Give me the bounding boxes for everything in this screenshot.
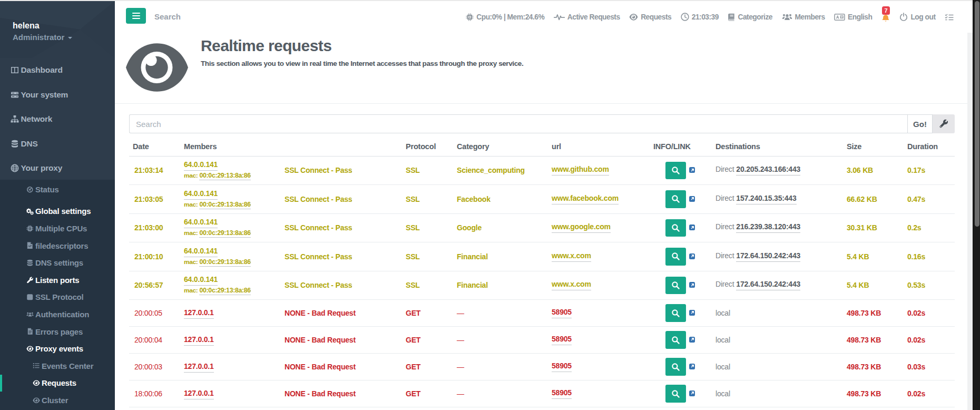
sidebar-subitem-proxy-events[interactable]: Proxy events (0, 340, 115, 357)
member-ip-link[interactable]: 64.0.0.141 (184, 247, 218, 257)
sidebar-subitem-listen-ports[interactable]: Listen ports (0, 271, 115, 289)
inspect-request-button[interactable] (665, 190, 687, 208)
cell-size: 66.62 KB (843, 195, 904, 203)
page-scrollbar-track[interactable] (973, 0, 980, 410)
user-role-dropdown[interactable]: Administrator (13, 33, 72, 42)
url-link[interactable]: 58905 (552, 362, 572, 372)
url-link[interactable]: www.google.com (552, 222, 611, 233)
sidebar-item-dashboard[interactable]: Dashboard (0, 58, 115, 83)
database-icon (11, 140, 19, 148)
inspect-request-button[interactable] (665, 304, 687, 322)
member-ip-link[interactable]: 64.0.0.141 (184, 276, 218, 286)
member-ip-link[interactable]: 127.0.0.1 (184, 389, 214, 399)
destination-ip-link[interactable]: 172.64.150.242:443 (736, 251, 800, 262)
sidebar-subitem-multiple-cpus[interactable]: Multiple CPUs (0, 220, 115, 237)
sidebar-toggle-button[interactable] (126, 8, 146, 24)
member-ip-link[interactable]: 64.0.0.141 (184, 161, 218, 171)
member-mac-link[interactable]: 00:0c:29:13:8a:86 (199, 201, 250, 209)
navbar-item-21-03-39[interactable]: 21:03:39 (681, 13, 719, 21)
navbar-search-link[interactable]: Search (154, 12, 181, 21)
inspect-request-button[interactable] (665, 331, 687, 349)
inspect-request-button[interactable] (665, 385, 687, 403)
inspect-request-button[interactable] (665, 358, 687, 376)
inspect-request-button[interactable] (665, 162, 687, 180)
url-link[interactable]: 58905 (552, 335, 572, 345)
member-mac-link[interactable]: 00:0c:29:13:8a:86 (199, 259, 250, 267)
table-row: 21:03:00 64.0.0.141 mac: 00:0c:29:13:8a:… (129, 214, 955, 243)
navbar-item-cpu-0-mem-24-6-[interactable]: Cpu:0% | Mem:24.6% (466, 13, 544, 21)
url-link[interactable]: www.github.com (552, 165, 609, 175)
file-chart-icon (26, 242, 34, 249)
eye-icon (26, 345, 34, 352)
sidebar-item-dns[interactable]: DNS (0, 132, 115, 157)
member-mac: mac: 00:0c:29:13:8a:86 (184, 258, 251, 266)
member-mac-link[interactable]: 00:0c:29:13:8a:86 (199, 172, 250, 180)
cell-members: 64.0.0.141 mac: 00:0c:29:13:8a:86 (180, 218, 281, 238)
member-ip-link[interactable]: 127.0.0.1 (184, 335, 214, 346)
cell-info-link (650, 385, 712, 403)
sidebar-subitem-errors-pages[interactable]: Errors pages (0, 323, 115, 340)
cell-url: www.x.com (548, 280, 650, 290)
destination-ip-link[interactable]: 20.205.243.166:443 (736, 165, 800, 175)
navbar-item-active-requests[interactable]: Active Requests (554, 13, 620, 21)
sitemap-icon (11, 115, 19, 123)
sidebar-subitem-ssl-protocol[interactable]: SSL Protocol (0, 289, 115, 306)
url-link[interactable]: 58905 (552, 388, 572, 399)
settings-wrench-button[interactable] (933, 114, 955, 133)
open-external-button[interactable] (689, 337, 695, 343)
sidebar-subitem-requests[interactable]: Requests (0, 375, 115, 392)
inspect-request-button[interactable] (665, 219, 687, 237)
sidebar-subitem-status[interactable]: Status (0, 181, 115, 198)
sidebar-subitem-filedescriptors[interactable]: filedescriptors (0, 237, 115, 255)
open-external-button[interactable] (689, 196, 695, 202)
sidebar-subitem-authentication[interactable]: Authentication (0, 306, 115, 323)
open-external-button[interactable] (689, 391, 695, 396)
url-link[interactable]: www.x.com (552, 251, 591, 262)
member-mac-link[interactable]: 00:0c:29:13:8a:86 (199, 230, 250, 238)
sidebar-subitem-events-center[interactable]: Events Center (0, 357, 115, 375)
search-input[interactable] (129, 114, 907, 133)
url-link[interactable]: www.facebook.com (552, 194, 619, 204)
logout-button[interactable]: Log out (899, 13, 935, 21)
cell-size: 5.4 KB (843, 281, 904, 289)
navbar-item-members[interactable]: Members (782, 13, 825, 21)
destination-ip-link[interactable]: 216.239.38.120:443 (736, 222, 800, 233)
open-external-button[interactable] (689, 224, 695, 230)
sidebar-item-network[interactable]: Network (0, 107, 115, 132)
open-external-button[interactable] (689, 310, 695, 316)
inspect-request-button[interactable] (665, 277, 687, 295)
member-mac-link[interactable]: 00:0c:29:13:8a:86 (199, 287, 250, 295)
member-mac: mac: 00:0c:29:13:8a:86 (184, 287, 251, 294)
cell-status: NONE - Bad Request (281, 309, 402, 317)
tasks-menu-button[interactable] (945, 13, 954, 21)
member-ip-link[interactable]: 127.0.0.1 (184, 308, 214, 319)
go-button[interactable]: Go! (907, 114, 933, 133)
sidebar-subitem-cluster[interactable]: Cluster (0, 392, 115, 409)
open-external-button[interactable] (689, 167, 695, 173)
url-link[interactable]: 58905 (552, 308, 572, 318)
navbar-item-requests[interactable]: Requests (629, 13, 671, 21)
member-ip-link[interactable]: 64.0.0.141 (184, 190, 218, 200)
cell-category: — (453, 389, 548, 398)
open-external-button[interactable] (689, 282, 695, 288)
member-ip-link[interactable]: 64.0.0.141 (184, 218, 218, 228)
notifications-bell[interactable]: 7 (881, 8, 890, 24)
open-external-button[interactable] (689, 364, 695, 369)
destination-ip-link[interactable]: 172.64.150.242:443 (736, 280, 800, 290)
member-ip-link[interactable]: 127.0.0.1 (184, 362, 214, 373)
open-external-button[interactable] (689, 253, 695, 259)
sidebar-item-your-system[interactable]: Your system (0, 83, 115, 108)
sidebar-subitem-dns-settings[interactable]: DNS settings (0, 254, 115, 271)
wrench-icon (939, 119, 948, 129)
destination-ip-link[interactable]: 157.240.15.35:443 (736, 194, 796, 204)
sidebar-subitem-global-settings[interactable]: Global settings (0, 203, 115, 220)
page-scrollbar-thumb[interactable] (975, 1, 979, 227)
sidebar-item-your-proxy[interactable]: Your proxy (0, 156, 115, 181)
navbar-item-categorize[interactable]: Categorize (728, 13, 772, 21)
navbar-item-english[interactable]: English (834, 13, 872, 21)
cell-date: 21:03:14 (129, 166, 180, 174)
cell-status: NONE - Bad Request (281, 389, 402, 398)
cell-info-link (650, 248, 712, 266)
inspect-request-button[interactable] (665, 248, 687, 266)
url-link[interactable]: www.x.com (552, 280, 591, 290)
